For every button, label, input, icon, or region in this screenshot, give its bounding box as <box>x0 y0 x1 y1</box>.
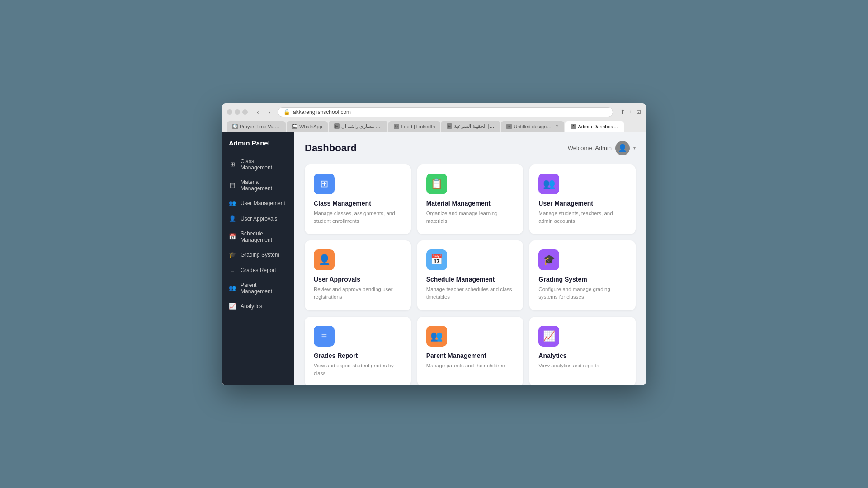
sidebar-icon-user-management: 👥 <box>229 200 236 207</box>
sidebar-label-user-approvals: User Approvals <box>241 216 277 222</box>
card-desc-class-management: Manage classes, assignments, and student… <box>314 210 402 225</box>
card-icon-user-approvals: 👤 <box>314 249 335 270</box>
main-header: Dashboard Welcome, Admin 👤 ▾ <box>305 141 636 155</box>
card-icon-analytics: 📈 <box>538 326 559 347</box>
card-class-management[interactable]: ⊞Class ManagementManage classes, assignm… <box>305 164 411 235</box>
sidebar-icon-class-management: ⊞ <box>229 161 236 168</box>
sidebar-label-analytics: Analytics <box>241 303 262 310</box>
card-user-management[interactable]: 👥User ManagementManage students, teacher… <box>529 164 636 235</box>
sidebar-item-schedule-management[interactable]: 📅Schedule Management <box>222 226 294 247</box>
sidebar-item-grades-report[interactable]: ≡Grades Report <box>222 263 294 278</box>
card-title-user-approvals: User Approvals <box>314 276 402 283</box>
card-icon-user-management: 👥 <box>538 174 559 194</box>
card-icon-material-management: 📋 <box>426 174 447 194</box>
sidebar-icon-schedule-management: 📅 <box>229 233 236 240</box>
forward-button[interactable]: › <box>265 108 274 117</box>
back-button[interactable]: ‹ <box>253 108 262 117</box>
page-title: Dashboard <box>305 142 357 154</box>
tab-favicon: 💬 <box>292 124 297 129</box>
sidebar-icon-grading-system: 🎓 <box>229 251 236 258</box>
tab-favicon: ▶ <box>334 123 340 129</box>
card-icon-schedule-management: 📅 <box>426 249 447 270</box>
sidebar-icon-analytics: 📈 <box>229 303 236 310</box>
browser-tab-tab4[interactable]: inFeed | LinkedIn <box>388 121 441 132</box>
tab-label: العقيدة الشرعية | الحقيبة الشرعية... <box>454 123 495 129</box>
sidebar-item-parent-management[interactable]: 👥Parent Management <box>222 278 294 299</box>
sidebar-icon-material-management: ▤ <box>229 182 236 189</box>
card-material-management[interactable]: 📋Material ManagementOrganize and manage … <box>417 164 524 235</box>
card-desc-parent-management: Manage parents and their children <box>426 362 514 370</box>
sidebar-title: Admin Panel <box>222 139 294 154</box>
sidebar-icon-parent-management: 👥 <box>229 285 236 292</box>
card-desc-grades-report: View and export student grades by class <box>314 362 402 378</box>
browser-chrome: ‹ › 🔒 akkarenglishschool.com ⬆ + ⊡ 🕐Pray… <box>222 103 646 132</box>
card-icon-grading-system: 🎓 <box>538 249 559 270</box>
tab-favicon: A <box>571 124 576 129</box>
card-icon-parent-management: 👥 <box>426 326 447 347</box>
browser-controls: ‹ › 🔒 akkarenglishschool.com ⬆ + ⊡ <box>227 107 641 117</box>
sidebar-item-grading-system[interactable]: 🎓Grading System <box>222 247 294 263</box>
card-desc-user-management: Manage students, teachers, and admin acc… <box>538 210 627 225</box>
card-parent-management[interactable]: 👥Parent ManagementManage parents and the… <box>417 317 524 385</box>
win-btn-2 <box>235 109 240 115</box>
browser-tab-tab1[interactable]: 🕐Prayer Time Validity <box>227 121 286 132</box>
tabs-button[interactable]: ⊡ <box>636 108 641 115</box>
sidebar-label-grades-report: Grades Report <box>241 267 276 273</box>
address-bar[interactable]: 🔒 akkarenglishschool.com <box>278 107 613 117</box>
card-title-class-management: Class Management <box>314 200 402 207</box>
sidebar-item-user-approvals[interactable]: 👤User Approvals <box>222 211 294 226</box>
sidebar-item-class-management[interactable]: ⊞Class Management <box>222 154 294 175</box>
chevron-down-icon: ▾ <box>633 145 636 150</box>
tab-label: WhatsApp <box>299 124 322 129</box>
card-grades-report[interactable]: ≡Grades ReportView and export student gr… <box>305 317 411 385</box>
tab-label: Feed | LinkedIn <box>401 124 435 129</box>
lock-icon: 🔒 <box>283 109 290 115</box>
tab-label: Admin Dashboard - AES <box>578 124 618 129</box>
card-analytics[interactable]: 📈AnalyticsView analytics and reports <box>529 317 636 385</box>
sidebar-item-material-management[interactable]: ▤Material Management <box>222 175 294 196</box>
browser-window: ‹ › 🔒 akkarenglishschool.com ⬆ + ⊡ 🕐Pray… <box>222 103 646 385</box>
win-btn-3 <box>242 109 248 115</box>
browser-tab-tab7[interactable]: AAdmin Dashboard - AES <box>565 121 624 132</box>
card-user-approvals[interactable]: 👤User ApprovalsReview and approve pendin… <box>305 240 411 310</box>
card-desc-user-approvals: Review and approve pending user registra… <box>314 286 402 301</box>
sidebar-label-parent-management: Parent Management <box>241 282 287 295</box>
new-tab-button[interactable]: + <box>629 108 632 115</box>
window-controls <box>227 109 248 115</box>
sidebar-item-analytics[interactable]: 📈Analytics <box>222 299 294 314</box>
card-desc-schedule-management: Manage teacher schedules and class timet… <box>426 286 514 301</box>
card-icon-grades-report: ≡ <box>314 326 335 347</box>
sidebar-label-grading-system: Grading System <box>241 252 279 258</box>
share-button[interactable]: ⬆ <box>620 108 625 115</box>
card-title-analytics: Analytics <box>538 352 627 359</box>
tab-close-button[interactable]: ✕ <box>555 124 559 129</box>
sidebar: Admin Panel ⊞Class Management▤Material M… <box>222 132 294 385</box>
tab-label: البث المباشر لقناة مشاري راشد ال... <box>341 123 382 129</box>
card-title-grades-report: Grades Report <box>314 352 402 359</box>
app-layout: Admin Panel ⊞Class Management▤Material M… <box>222 132 646 385</box>
tab-favicon: ✦ <box>506 124 512 129</box>
browser-tab-tab6[interactable]: ✦Untitled design - Presentati...✕ <box>501 121 564 132</box>
tab-label: Prayer Time Validity <box>240 124 280 129</box>
browser-tab-tab5[interactable]: ▶العقيدة الشرعية | الحقيبة الشرعية... <box>441 121 500 132</box>
user-welcome[interactable]: Welcome, Admin 👤 ▾ <box>568 141 636 155</box>
tab-favicon: in <box>394 124 399 129</box>
card-title-parent-management: Parent Management <box>426 352 514 359</box>
tab-favicon: 🕐 <box>232 124 238 129</box>
sidebar-label-schedule-management: Schedule Management <box>241 230 287 243</box>
browser-nav: ‹ › <box>253 108 274 117</box>
card-schedule-management[interactable]: 📅Schedule ManagementManage teacher sched… <box>417 240 524 310</box>
sidebar-icon-grades-report: ≡ <box>229 267 236 274</box>
card-grading-system[interactable]: 🎓Grading SystemConfigure and manage grad… <box>529 240 636 310</box>
sidebar-label-class-management: Class Management <box>241 158 287 171</box>
browser-tabs: 🕐Prayer Time Validity💬WhatsApp▶البث المب… <box>227 121 641 132</box>
sidebar-item-user-management[interactable]: 👥User Management <box>222 196 294 211</box>
card-title-schedule-management: Schedule Management <box>426 276 514 283</box>
card-desc-analytics: View analytics and reports <box>538 362 627 370</box>
welcome-text: Welcome, Admin <box>568 145 612 151</box>
card-title-user-management: User Management <box>538 200 627 207</box>
browser-tab-tab3[interactable]: ▶البث المباشر لقناة مشاري راشد ال... <box>329 121 387 132</box>
tab-favicon: ▶ <box>447 123 452 129</box>
sidebar-label-user-management: User Management <box>241 200 285 206</box>
browser-tab-tab2[interactable]: 💬WhatsApp <box>287 121 328 132</box>
